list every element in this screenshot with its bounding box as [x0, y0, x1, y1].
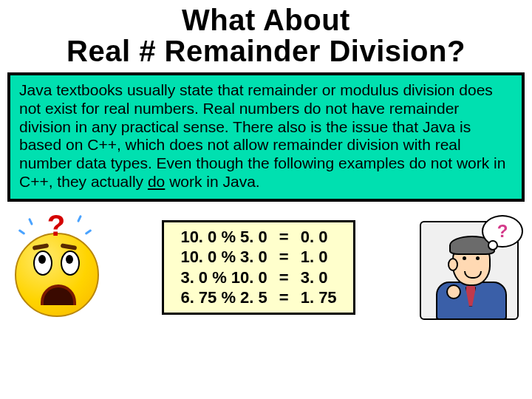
table-row: 10. 0 % 5. 0 = 0. 0: [174, 227, 342, 248]
eq-cell: =: [273, 247, 295, 267]
emoji-eye-left: [33, 250, 52, 276]
explanation-text-post: work in Java.: [165, 173, 259, 190]
man-eye-right: [476, 256, 480, 260]
title-line-2: Real # Remainder Division?: [66, 35, 466, 67]
table-row: 3. 0 % 10. 0 = 3. 0: [174, 267, 342, 288]
result-cell: 3. 0: [295, 267, 343, 288]
result-cell: 1. 75: [295, 287, 343, 308]
question-mark-icon: ?: [43, 209, 69, 242]
explanation-text-underlined: do: [148, 173, 165, 190]
result-cell: 1. 0: [295, 247, 343, 267]
explanation-text-pre: Java textbooks usually state that remain…: [19, 81, 505, 190]
expr-cell: 3. 0 % 10. 0: [174, 267, 273, 288]
slide-title: What About Real # Remainder Division?: [0, 4, 532, 66]
man-ear: [448, 258, 458, 271]
bottom-row: ? 10. 0 % 5. 0 = 0. 0 10. 0 % 3. 0 = 1. …: [7, 212, 525, 323]
spark-icon: [18, 228, 26, 234]
result-cell: 0. 0: [295, 227, 343, 248]
examples-box: 10. 0 % 5. 0 = 0. 0 10. 0 % 3. 0 = 1. 0 …: [162, 220, 355, 315]
eq-cell: =: [273, 227, 295, 248]
spark-icon: [28, 217, 33, 225]
spark-icon: [85, 228, 92, 234]
emoji-eye-right: [61, 250, 80, 276]
table-row: 6. 75 % 2. 5 = 1. 75: [174, 287, 342, 308]
bubble-text: ?: [497, 221, 508, 242]
eq-cell: =: [273, 267, 295, 288]
examples-table: 10. 0 % 5. 0 = 0. 0 10. 0 % 3. 0 = 1. 0 …: [174, 227, 342, 308]
title-line-1: What About: [182, 4, 350, 36]
expr-cell: 10. 0 % 5. 0: [174, 227, 273, 248]
eq-cell: =: [273, 287, 295, 308]
thought-bubble-icon: ?: [482, 215, 523, 248]
explanation-box: Java textbooks usually state that remain…: [7, 72, 525, 202]
man-eye-left: [463, 256, 466, 260]
confused-emoji-image: ?: [7, 212, 103, 323]
expr-cell: 10. 0 % 3. 0: [174, 247, 273, 267]
expr-cell: 6. 75 % 2. 5: [174, 287, 273, 308]
confused-man-image: ?: [414, 212, 525, 323]
man-hand: [446, 284, 461, 299]
spark-icon: [77, 214, 82, 222]
table-row: 10. 0 % 3. 0 = 1. 0: [174, 247, 342, 267]
